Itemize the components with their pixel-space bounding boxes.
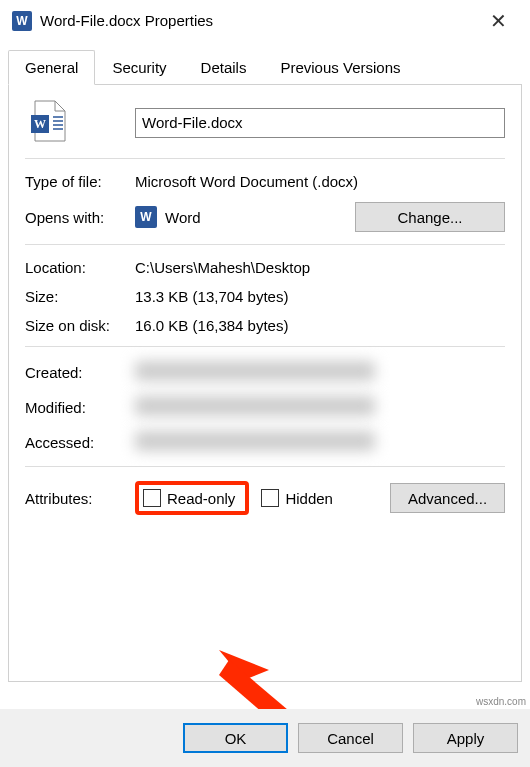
tab-security[interactable]: Security (95, 50, 183, 85)
readonly-checkbox-wrap[interactable]: Read-only (143, 489, 235, 507)
cancel-button[interactable]: Cancel (298, 723, 403, 753)
created-label: Created: (25, 364, 135, 381)
opens-with-value: Word (165, 209, 201, 226)
size-label: Size: (25, 288, 135, 305)
dialog-footer: OK Cancel Apply (0, 709, 530, 767)
location-label: Location: (25, 259, 135, 276)
tab-details[interactable]: Details (184, 50, 264, 85)
ok-button[interactable]: OK (183, 723, 288, 753)
tab-previous-versions[interactable]: Previous Versions (263, 50, 417, 85)
apply-button[interactable]: Apply (413, 723, 518, 753)
titlebar: W Word-File.docx Properties ✕ (0, 0, 530, 42)
divider (25, 244, 505, 245)
size-on-disk-label: Size on disk: (25, 317, 135, 334)
word-app-icon: W (12, 11, 32, 31)
readonly-highlight-annotation: Read-only (135, 481, 249, 515)
general-panel: W Type of file: Microsoft Word Document … (8, 84, 522, 682)
divider (25, 346, 505, 347)
accessed-label: Accessed: (25, 434, 135, 451)
accessed-value-redacted (135, 431, 375, 451)
attributes-label: Attributes: (25, 490, 135, 507)
word-program-icon: W (135, 206, 157, 228)
opens-with-label: Opens with: (25, 209, 135, 226)
close-icon[interactable]: ✕ (478, 9, 518, 33)
divider (25, 466, 505, 467)
readonly-checkbox[interactable] (143, 489, 161, 507)
svg-marker-6 (219, 650, 269, 680)
tab-general[interactable]: General (8, 50, 95, 85)
modified-label: Modified: (25, 399, 135, 416)
modified-value-redacted (135, 396, 375, 416)
svg-text:W: W (34, 117, 46, 131)
type-of-file-value: Microsoft Word Document (.docx) (135, 173, 505, 190)
window-title: Word-File.docx Properties (40, 12, 478, 29)
watermark: wsxdn.com (476, 696, 526, 707)
hidden-label: Hidden (285, 490, 333, 507)
hidden-checkbox[interactable] (261, 489, 279, 507)
location-value: C:\Users\Mahesh\Desktop (135, 259, 505, 276)
readonly-label: Read-only (167, 490, 235, 507)
size-value: 13.3 KB (13,704 bytes) (135, 288, 505, 305)
advanced-button[interactable]: Advanced... (390, 483, 505, 513)
created-value-redacted (135, 361, 375, 381)
size-on-disk-value: 16.0 KB (16,384 bytes) (135, 317, 505, 334)
document-icon: W (29, 99, 69, 143)
filename-input[interactable] (135, 108, 505, 138)
change-button[interactable]: Change... (355, 202, 505, 232)
tab-strip: General Security Details Previous Versio… (8, 50, 522, 85)
divider (25, 158, 505, 159)
type-of-file-label: Type of file: (25, 173, 135, 190)
hidden-checkbox-wrap[interactable]: Hidden (261, 489, 333, 507)
